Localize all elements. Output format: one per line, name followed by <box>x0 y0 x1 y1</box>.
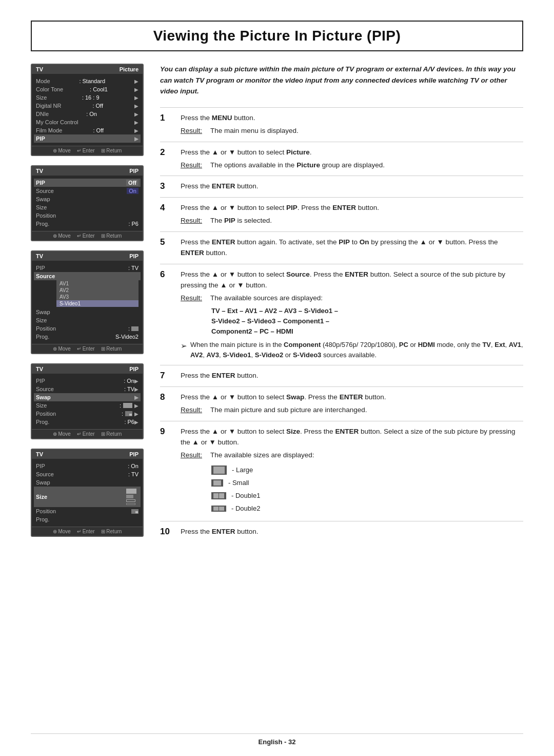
row-value: : Off <box>93 127 104 133</box>
row-label: Prog. <box>36 334 49 340</box>
step-10: 10 Press the ENTER button. <box>160 521 523 542</box>
step-content: Press the ENTER button. <box>181 181 523 192</box>
size-result-row: - Small <box>211 478 523 488</box>
tv-screen-5-body: PIP: On Source: TV Swap Size Position <box>32 459 143 527</box>
row-label: Swap <box>36 394 51 400</box>
tv-screen-2-header: TV PIP <box>32 166 143 176</box>
footer-move: ⊕ Move <box>53 529 71 534</box>
tv-row: Digital NR: Off▶ <box>36 102 138 110</box>
footer-move: ⊕ Move <box>53 233 71 239</box>
tv-screen-3-body: PIP: TV Source AV1 AV2 AV3 S-Video1 Swap… <box>32 261 143 344</box>
row-arrow: ▶ <box>134 403 138 409</box>
tv-row: My Color Control▶ <box>36 118 138 126</box>
tv-row: DNIe: On▶ <box>36 110 138 118</box>
row-value: : Cool1 <box>90 86 108 92</box>
tv-row: Prog.: P6▶ <box>36 418 138 426</box>
row-value: : On <box>124 378 134 384</box>
tv-row: PIP: On▶ <box>36 377 138 385</box>
tv-screen-1-footer: ⊕ Move ↵ Enter ⊞ Return <box>32 146 143 155</box>
size-icon-small <box>211 479 223 487</box>
tv-row-highlighted: PIPOff <box>34 179 141 187</box>
result-text: The PIP is selected. <box>210 216 523 226</box>
step-8: 8 Press the ▲ or ▼ button to select Swap… <box>160 386 523 421</box>
row-label: Source <box>36 273 55 279</box>
tv-screen-5-header: TV PIP <box>32 450 143 459</box>
row-arrow: ▶ <box>134 378 138 384</box>
result-label: Result: <box>181 126 206 137</box>
row-arrow: ▶ <box>134 87 138 92</box>
page: Viewing the Picture In Picture (PIP) TV … <box>0 0 554 756</box>
result-line: Result: The available sources are displa… <box>181 293 523 304</box>
step-number: 2 <box>160 147 172 158</box>
step-content: Press the ENTER button. <box>181 371 523 381</box>
tv-menu-3: PIP <box>129 253 138 259</box>
row-label: PIP <box>36 135 45 142</box>
footer-return: ⊞ Return <box>101 529 122 534</box>
footer-return: ⊞ Return <box>101 431 122 437</box>
row-value: : Off <box>92 103 103 109</box>
row-value: : P6 <box>128 221 138 227</box>
row-value: On <box>127 188 138 194</box>
tv-row: Prog.S-Video2 <box>36 333 138 341</box>
tv-row: Size <box>36 316 138 324</box>
tv-screen-2-footer: ⊕ Move ↵ Enter ⊞ Return <box>32 231 143 240</box>
result-text: The available sizes are displayed: <box>210 450 523 461</box>
row-label: Digital NR <box>36 103 62 109</box>
step-number: 3 <box>160 181 172 191</box>
result-label: Result: <box>181 160 206 171</box>
row-label: Size <box>36 204 47 210</box>
step-5: 5 Press the ENTER button again. To activ… <box>160 231 523 264</box>
tv-row: Position <box>36 507 138 515</box>
tv-label-1: TV <box>36 66 43 72</box>
size-icon-double1 <box>211 492 226 499</box>
footer-move: ⊕ Move <box>53 346 71 352</box>
footer-return: ⊞ Return <box>101 233 122 239</box>
tv-row-highlighted: Source <box>34 272 141 280</box>
row-arrow: ▶ <box>134 136 138 142</box>
row-arrow: ▶ <box>134 111 138 117</box>
row-value: : <box>128 325 130 332</box>
step-6: 6 Press the ▲ or ▼ button to select Sour… <box>160 264 523 365</box>
row-label: Mode <box>36 78 50 84</box>
row-value: : TV <box>128 471 138 477</box>
row-label: Swap <box>36 479 50 486</box>
tv-row: SourceOn <box>36 187 138 195</box>
step-number: 7 <box>160 371 172 381</box>
step-number: 1 <box>160 113 172 123</box>
tv-row: Swap <box>36 308 138 316</box>
step-content: Press the ENTER button. <box>181 527 523 537</box>
tv-row-highlighted: Size <box>34 487 141 507</box>
row-label: Prog. <box>36 221 49 227</box>
row-value: : P6 <box>124 419 134 425</box>
size-result-row: - Large <box>211 465 523 475</box>
footer-enter: ↵ Enter <box>77 431 95 437</box>
dropdown-item: AV3 <box>56 294 138 300</box>
step-2: 2 Press the ▲ or ▼ button to select Pict… <box>160 142 523 176</box>
step-content: Press the ENTER button again. To activat… <box>181 237 523 259</box>
step-content: Press the MENU button. Result: The main … <box>181 113 523 137</box>
row-label: PIP <box>36 265 45 271</box>
row-label: Position <box>36 411 56 417</box>
step-3: 3 Press the ENTER button. <box>160 176 523 197</box>
page-title: Viewing the Picture In Picture (PIP) <box>44 28 510 44</box>
tv-screen-4-body: PIP: On▶ Source: TV▶ Swap▶ Size: ▶ Posit… <box>32 374 143 429</box>
tv-label-2: TV <box>36 168 43 174</box>
row-value: : 16 : 9 <box>82 94 100 101</box>
content-area: TV Picture Mode: Standard▶ Color Tone: C… <box>31 64 523 723</box>
result-text: The main picture and sub picture are int… <box>210 405 523 416</box>
step-1: 1 Press the MENU button. Result: The mai… <box>160 107 523 142</box>
footer-enter: ↵ Enter <box>77 346 95 352</box>
step-7: 7 Press the ENTER button. <box>160 365 523 386</box>
tv-label-4: TV <box>36 366 43 372</box>
dropdown-item: AV2 <box>56 287 138 294</box>
tv-row: Color Tone: Cool1▶ <box>36 85 138 93</box>
row-arrow: ▶ <box>134 395 138 400</box>
arrow-symbol: ➢ <box>181 340 187 360</box>
row-arrow: ▶ <box>134 419 138 425</box>
step-content: Press the ▲ or ▼ button to select Pictur… <box>181 147 523 171</box>
tv-row: Position: ▶ <box>36 410 138 418</box>
tv-screen-3-footer: ⊕ Move ↵ Enter ⊞ Return <box>32 344 143 353</box>
source-path: TV – Ext – AV1 – AV2 – AV3 – S-Video1 – … <box>211 306 523 337</box>
dropdown-item-active: S-Video1 <box>56 300 138 307</box>
row-label: Film Mode <box>36 127 62 133</box>
